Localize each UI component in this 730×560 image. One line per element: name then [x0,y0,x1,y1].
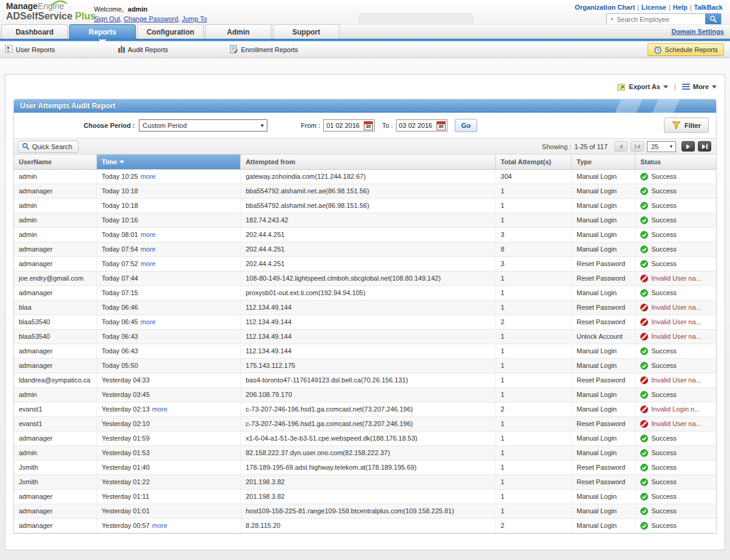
link-license[interactable]: License [641,4,666,11]
cell-status: Invalid User na... [635,271,716,285]
more-button[interactable]: More [682,83,717,90]
cell-time: Yesterday 01:40 [96,460,240,475]
link-jump-to[interactable]: Jump To [182,15,207,22]
search-submit-button[interactable] [705,13,721,25]
next-page-button[interactable] [681,141,695,152]
more-link[interactable]: more [152,405,167,413]
tab-dashboard[interactable]: Dashboard [1,24,68,39]
chevron-down-icon [712,85,717,88]
more-link[interactable]: more [141,231,156,238]
cell-username: evanst1 [14,416,96,431]
cell-total-attempts: 2 [495,315,571,329]
tab-support[interactable]: Support [273,24,340,39]
link-help[interactable]: Help [673,4,688,11]
cell-time: Yesterday 02:10 [96,416,240,431]
tab-admin[interactable]: Admin [205,24,272,39]
success-icon [640,493,648,501]
from-date-input[interactable] [324,122,364,129]
link-organization-chart[interactable]: Organization Chart [575,4,635,11]
cell-status: Invalid User na... [635,300,716,315]
column-header-status[interactable]: Status [635,155,716,169]
search-icon [709,15,717,23]
cell-total-attempts: 1 [495,387,571,402]
more-link[interactable]: more [141,260,156,267]
cell-username: blaa53540 [14,315,96,329]
cell-status: Success [635,489,716,504]
subnav-item-enrollment-reports[interactable]: Enrollment Reports [230,45,298,55]
user-reports-icon [5,45,13,55]
cell-status: Invalid User na... [635,329,716,344]
column-header-attempted-from[interactable]: Attempted from [241,155,496,169]
cell-status: Success [635,198,716,213]
cell-type: Reset Password [572,416,635,431]
table-row: admanagerToday 07:15proxysb01-out.ext.ti… [14,285,716,300]
table-row: blaa53540Today 06:43112.134.49.1441Unloc… [14,329,716,344]
cell-status: Success [635,227,716,242]
to-date-field: 30 [396,119,447,132]
cell-attempted-from: host109-158-225-81.range109-158.btcentra… [241,504,496,518]
select-arrow-icon: ▼ [667,144,675,148]
search-scope-dropdown-icon[interactable]: ▾ [607,16,617,22]
cell-status: Success [635,344,716,358]
tab-configuration[interactable]: Configuration [137,24,204,39]
export-as-button[interactable]: Export As [617,82,668,91]
cell-attempted-from: 112.134.49.144 [241,344,496,358]
go-button[interactable]: Go [455,119,477,132]
cell-type: Unlock Account [572,329,635,344]
to-date-input[interactable] [397,122,437,129]
link-talkback[interactable]: TalkBack [694,4,723,11]
page-size-select[interactable]: 25 ▼ [647,141,676,152]
cell-time: Yesterday 04:33 [96,373,240,387]
quick-search-label: Quick Search [32,143,72,150]
link-change-password[interactable]: Change Password [124,15,178,22]
cell-total-attempts: 1 [495,358,571,373]
schedule-reports-button[interactable]: Schedule Reports [648,43,724,56]
subnav-item-user-reports[interactable]: User Reports [5,45,55,55]
cell-username: Jsmith [14,475,96,489]
more-link[interactable]: more [141,173,156,180]
status-label: Invalid User na... [651,304,702,311]
more-link[interactable]: more [141,245,156,253]
column-header-total-attempt-s-[interactable]: Total Attempt(s) [495,155,571,169]
domain-settings-link[interactable]: Domain Settings [671,28,724,35]
tab-reports[interactable]: Reports [69,24,136,39]
link-sign-out[interactable]: Sign Out [94,15,120,22]
cell-type: Manual Login [572,184,635,198]
period-select[interactable]: Custom Period ▼ [139,119,267,132]
cell-status: Success [635,256,716,271]
cell-total-attempts: 1 [495,198,571,213]
to-label: To : [382,122,393,129]
search-input[interactable] [617,16,705,23]
status-label: Invalid User na... [651,275,702,282]
choose-period-label: Choose Period : [84,122,135,129]
filter-button[interactable]: Filter [664,118,709,133]
calendar-icon[interactable]: 30 [364,121,373,130]
cell-status: Success [635,475,716,489]
cell-attempted-from: 112.134.49.144 [241,315,496,329]
cell-type: Reset Password [572,460,635,475]
cell-total-attempts: 1 [495,300,571,315]
more-link[interactable]: more [141,318,156,325]
cell-time: Yesterday 03:45 [96,387,240,402]
column-header-type[interactable]: Type [572,155,635,169]
cell-type: Manual Login [572,358,635,373]
more-link[interactable]: more [152,522,167,529]
cell-attempted-from: 82.158.222.37.dyn.user.ono.com(82.158.22… [241,445,496,460]
employee-search-box: ▾ [606,13,722,25]
cell-type: Reset Password [572,256,635,271]
quick-search-button[interactable]: Quick Search [18,141,79,153]
audit-reports-icon [118,45,126,54]
enrollment-reports-icon [230,45,238,55]
cell-username: admanager [14,184,96,198]
error-icon [640,376,648,384]
cell-status: Success [635,387,716,402]
cell-type: Manual Login [572,518,635,533]
table-row: blaaToday 06:46112.134.49.1441Reset Pass… [14,300,716,315]
calendar-icon[interactable]: 30 [437,121,446,130]
subnav-item-audit-reports[interactable]: Audit Reports [118,45,169,54]
report-box: User Attempts Audit Report Choose Period… [13,99,717,534]
cell-total-attempts: 1 [495,475,571,489]
column-header-username[interactable]: UserName [14,155,96,169]
column-header-time[interactable]: Time [96,155,240,169]
last-page-button[interactable] [698,141,711,152]
